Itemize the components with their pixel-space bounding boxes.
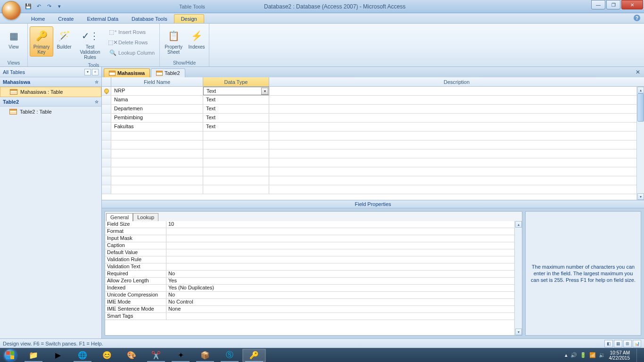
- tab-lookup[interactable]: Lookup: [133, 213, 158, 221]
- description-cell[interactable]: [269, 96, 644, 104]
- description-cell[interactable]: [269, 185, 644, 194]
- property-value[interactable]: No Control: [166, 299, 522, 305]
- row-selector[interactable]: [102, 87, 111, 95]
- tray-battery-icon[interactable]: 🔋: [580, 352, 586, 358]
- description-cell[interactable]: [269, 123, 644, 131]
- nav-item-mahasiswa-table[interactable]: Mahasiswa : Table: [0, 87, 101, 97]
- property-row[interactable]: IME Sentence ModeNone: [105, 306, 522, 313]
- scroll-up-icon[interactable]: ▴: [515, 221, 522, 228]
- field-name-cell[interactable]: Fakultas: [111, 123, 203, 131]
- data-type-cell[interactable]: [203, 167, 269, 176]
- start-button[interactable]: [1, 349, 20, 362]
- description-cell[interactable]: [269, 149, 644, 158]
- nav-group-table2[interactable]: Table2 ☆: [0, 97, 101, 107]
- tray-network-icon[interactable]: 📶: [589, 352, 596, 358]
- field-name-cell[interactable]: Departemen: [111, 105, 203, 113]
- property-value[interactable]: No: [166, 292, 522, 298]
- row-selector[interactable]: [102, 132, 111, 140]
- view-pivottable-icon[interactable]: ⊞: [623, 340, 632, 347]
- col-header-description[interactable]: Description: [269, 77, 644, 86]
- description-cell[interactable]: [269, 176, 644, 185]
- design-grid-row[interactable]: [102, 158, 644, 167]
- data-type-cell[interactable]: [203, 132, 269, 140]
- restore-button[interactable]: ❐: [606, 0, 620, 9]
- row-selector[interactable]: [102, 167, 111, 176]
- property-value[interactable]: [166, 313, 522, 320]
- property-value[interactable]: [166, 263, 522, 270]
- row-selector[interactable]: [102, 123, 111, 131]
- taskbar-explorer[interactable]: 📁: [22, 349, 45, 362]
- property-row[interactable]: Input Mask: [105, 235, 522, 242]
- tab-design[interactable]: Design: [174, 14, 204, 23]
- nav-dropdown-icon[interactable]: ▾: [84, 69, 91, 75]
- primary-key-button[interactable]: 🔑 Primary Key: [30, 26, 53, 57]
- tab-database-tools[interactable]: Database Tools: [125, 15, 174, 23]
- undo-icon[interactable]: ↶: [35, 3, 42, 10]
- property-row[interactable]: Field Size10: [105, 221, 522, 228]
- nav-group-mahasiswa[interactable]: Mahasiswa ☆: [0, 77, 101, 87]
- property-value[interactable]: [166, 228, 522, 235]
- design-grid-row[interactable]: [102, 176, 644, 185]
- data-type-cell[interactable]: Text: [203, 96, 269, 104]
- doc-tab-mahasiswa[interactable]: Mahasiswa: [104, 68, 150, 77]
- row-selector[interactable]: [102, 140, 111, 149]
- tray-chevron-icon[interactable]: ▴: [565, 352, 568, 358]
- property-sheet-button[interactable]: 📋 Property Sheet: [162, 26, 185, 57]
- taskbar-photos[interactable]: ✦: [169, 349, 192, 362]
- tray-clock[interactable]: 10:57 AM 4/22/2015: [609, 350, 630, 361]
- property-row[interactable]: Format: [105, 228, 522, 235]
- property-value[interactable]: 10: [166, 221, 522, 228]
- view-design-icon[interactable]: ◧: [604, 340, 613, 347]
- minimize-button[interactable]: —: [591, 0, 605, 9]
- view-button[interactable]: ▦ View: [2, 26, 25, 51]
- view-pivotchart-icon[interactable]: 📊: [633, 340, 641, 347]
- scroll-down-icon[interactable]: ▾: [637, 193, 644, 200]
- nav-item-table2-table[interactable]: Table2 : Table: [0, 107, 101, 117]
- builder-button[interactable]: 🪄 Builder: [54, 26, 74, 51]
- row-selector[interactable]: [102, 149, 111, 158]
- property-row[interactable]: Caption: [105, 242, 522, 249]
- field-name-cell[interactable]: NRP: [111, 87, 203, 95]
- design-grid-row[interactable]: FakultasText: [102, 123, 644, 132]
- field-name-cell[interactable]: Pembimbing: [111, 114, 203, 122]
- taskbar-media-player[interactable]: ▶: [46, 349, 70, 362]
- property-row[interactable]: Allow Zero LengthYes: [105, 278, 522, 285]
- field-name-cell[interactable]: [111, 167, 203, 176]
- close-tab-icon[interactable]: ✕: [635, 69, 641, 75]
- property-value[interactable]: [166, 249, 522, 256]
- taskbar-app-1[interactable]: 😊: [95, 349, 119, 362]
- field-name-cell[interactable]: Nama: [111, 96, 203, 104]
- tab-home[interactable]: Home: [25, 15, 51, 23]
- tab-external-data[interactable]: External Data: [80, 15, 125, 23]
- lookup-column-button[interactable]: 🔍Lookup Column: [107, 48, 157, 58]
- data-type-cell[interactable]: Text▾: [203, 87, 269, 95]
- col-header-data-type[interactable]: Data Type: [203, 77, 269, 86]
- property-row[interactable]: RequiredNo: [105, 271, 522, 278]
- taskbar-skype[interactable]: Ⓢ: [218, 349, 241, 362]
- scroll-thumb[interactable]: [637, 93, 644, 122]
- data-type-cell[interactable]: [203, 176, 269, 185]
- design-grid-row[interactable]: NRPText▾: [102, 87, 644, 96]
- row-selector[interactable]: [102, 176, 111, 185]
- qat-customize-icon[interactable]: ▾: [56, 3, 63, 10]
- description-cell[interactable]: [269, 132, 644, 140]
- taskbar-chrome[interactable]: 🌐: [71, 349, 94, 362]
- description-cell[interactable]: [269, 158, 644, 167]
- description-cell[interactable]: [269, 87, 644, 95]
- row-selector[interactable]: [102, 114, 111, 122]
- property-row[interactable]: Default Value: [105, 249, 522, 256]
- field-name-cell[interactable]: [111, 176, 203, 185]
- property-value[interactable]: No: [166, 271, 522, 277]
- property-row[interactable]: Smart Tags: [105, 313, 522, 320]
- tab-general[interactable]: General: [106, 213, 133, 222]
- data-type-cell[interactable]: [203, 149, 269, 158]
- design-grid-scrollbar[interactable]: ▴ ▾: [636, 87, 644, 200]
- properties-scrollbar[interactable]: ▴ ▾: [514, 221, 522, 335]
- view-datasheet-icon[interactable]: ▦: [614, 340, 622, 347]
- design-grid-row[interactable]: [102, 149, 644, 158]
- indexes-button[interactable]: ⚡ Indexes: [186, 26, 207, 51]
- tray-speaker-icon[interactable]: 🔉: [599, 352, 605, 358]
- design-grid-row[interactable]: DepartemenText: [102, 105, 644, 114]
- tab-create[interactable]: Create: [51, 15, 80, 23]
- row-selector[interactable]: [102, 185, 111, 194]
